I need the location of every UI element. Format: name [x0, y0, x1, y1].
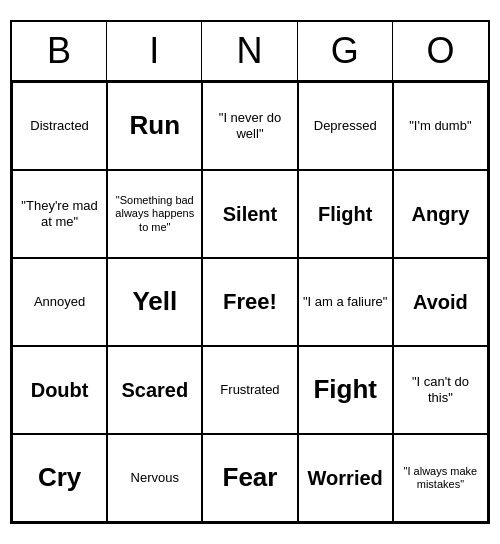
- header-letter: I: [107, 22, 202, 80]
- header-letter: G: [298, 22, 393, 80]
- header-letter: B: [12, 22, 107, 80]
- bingo-cell-21: Nervous: [107, 434, 202, 522]
- bingo-cell-4: "I'm dumb": [393, 82, 488, 170]
- bingo-cell-5: "They're mad at me": [12, 170, 107, 258]
- bingo-grid: DistractedRun"I never do well"Depressed"…: [12, 82, 488, 522]
- header-letter: N: [202, 22, 297, 80]
- bingo-cell-3: Depressed: [298, 82, 393, 170]
- bingo-cell-22: Fear: [202, 434, 297, 522]
- bingo-cell-10: Annoyed: [12, 258, 107, 346]
- bingo-cell-18: Fight: [298, 346, 393, 434]
- bingo-card: BINGO DistractedRun"I never do well"Depr…: [10, 20, 490, 524]
- bingo-cell-9: Angry: [393, 170, 488, 258]
- bingo-cell-8: Flight: [298, 170, 393, 258]
- bingo-cell-16: Scared: [107, 346, 202, 434]
- bingo-cell-1: Run: [107, 82, 202, 170]
- bingo-cell-24: "I always make mistakes": [393, 434, 488, 522]
- bingo-header: BINGO: [12, 22, 488, 82]
- bingo-cell-2: "I never do well": [202, 82, 297, 170]
- bingo-cell-0: Distracted: [12, 82, 107, 170]
- bingo-cell-17: Frustrated: [202, 346, 297, 434]
- bingo-cell-19: "I can't do this": [393, 346, 488, 434]
- bingo-cell-20: Cry: [12, 434, 107, 522]
- bingo-cell-12: Free!: [202, 258, 297, 346]
- bingo-cell-6: "Something bad always happens to me": [107, 170, 202, 258]
- bingo-cell-11: Yell: [107, 258, 202, 346]
- bingo-cell-15: Doubt: [12, 346, 107, 434]
- header-letter: O: [393, 22, 488, 80]
- bingo-cell-13: "I am a faliure": [298, 258, 393, 346]
- bingo-cell-14: Avoid: [393, 258, 488, 346]
- bingo-cell-7: Silent: [202, 170, 297, 258]
- bingo-cell-23: Worried: [298, 434, 393, 522]
